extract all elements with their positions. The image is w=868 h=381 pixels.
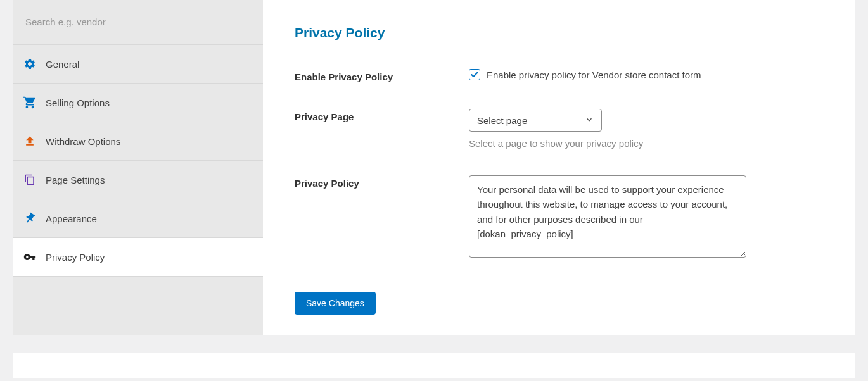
sidebar-item-label: Privacy Policy: [46, 252, 105, 263]
sidebar-item-general[interactable]: General: [13, 44, 263, 83]
sidebar-item-label: Page Settings: [46, 175, 105, 185]
sidebar-item-label: Appearance: [46, 213, 97, 224]
sidebar-item-withdraw-options[interactable]: Withdraw Options: [13, 122, 263, 160]
sidebar-item-appearance[interactable]: Appearance: [13, 199, 263, 237]
sidebar-search: [13, 0, 263, 44]
main-panel: Privacy Policy Enable Privacy Policy Ena…: [263, 0, 855, 335]
pin-icon: [23, 211, 37, 225]
enable-privacy-label: Enable Privacy Policy: [295, 69, 469, 82]
row-privacy-page: Privacy Page Select page Select a page t…: [295, 109, 824, 149]
sidebar-item-page-settings[interactable]: Page Settings: [13, 160, 263, 199]
privacy-page-select-value: Select page: [477, 115, 527, 126]
settings-sidebar: General Selling Options Withdraw Options: [13, 0, 263, 335]
privacy-page-help: Select a page to show your privacy polic…: [469, 138, 824, 149]
enable-privacy-checkbox-wrap[interactable]: Enable privacy policy for Vendor store c…: [469, 69, 824, 80]
page-title: Privacy Policy: [295, 25, 824, 51]
enable-privacy-checkbox-label: Enable privacy policy for Vendor store c…: [487, 70, 701, 80]
sidebar-item-label: Selling Options: [46, 97, 110, 108]
search-input[interactable]: [25, 16, 250, 27]
sidebar-item-label: General: [46, 59, 79, 70]
chevron-down-icon: [585, 115, 594, 126]
row-privacy-policy-text: Privacy Policy: [295, 175, 824, 260]
key-icon: [23, 250, 37, 264]
cart-icon: [23, 96, 37, 109]
enable-privacy-checkbox[interactable]: [469, 69, 480, 80]
privacy-page-select[interactable]: Select page: [469, 109, 602, 132]
privacy-policy-text-label: Privacy Policy: [295, 175, 469, 260]
settings-container: General Selling Options Withdraw Options: [0, 0, 868, 335]
gear-icon: [23, 57, 37, 71]
sidebar-item-selling-options[interactable]: Selling Options: [13, 83, 263, 122]
row-enable-privacy: Enable Privacy Policy Enable privacy pol…: [295, 69, 824, 82]
sidebar-item-label: Withdraw Options: [46, 136, 120, 147]
footer-bar: [13, 353, 855, 378]
pages-icon: [23, 173, 37, 187]
privacy-policy-textarea[interactable]: [469, 175, 746, 258]
check-icon: [470, 70, 479, 79]
privacy-page-label: Privacy Page: [295, 109, 469, 149]
sidebar-spacer: [13, 276, 263, 320]
upload-icon: [23, 134, 37, 148]
save-changes-button[interactable]: Save Changes: [295, 292, 376, 315]
sidebar-item-privacy-policy[interactable]: Privacy Policy: [13, 237, 263, 276]
